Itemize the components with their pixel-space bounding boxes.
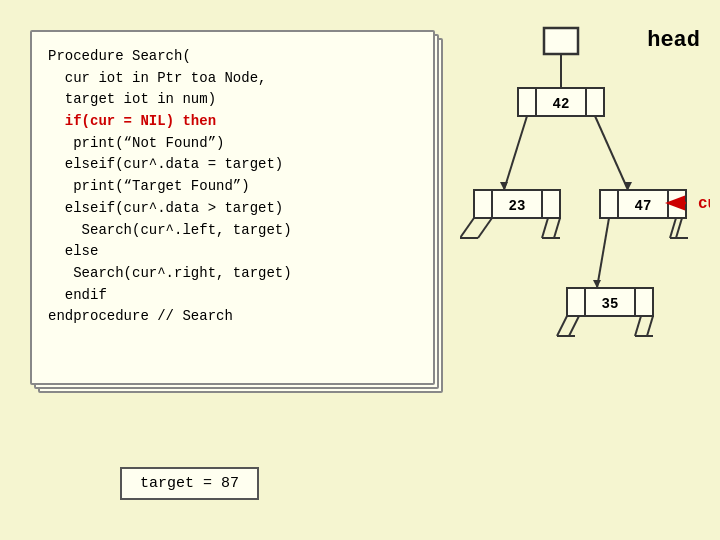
node47-value: 47 (635, 198, 652, 214)
code-paper: Procedure Search( cur iot in Ptr toa Nod… (30, 30, 435, 385)
code-line-7: print(“Target Found”) (48, 176, 417, 198)
code-line-4: if(cur = NIL) then (48, 111, 417, 133)
code-line-5: print(“Not Found”) (48, 133, 417, 155)
left-arrow (500, 182, 508, 190)
node35-left-ptr (567, 288, 585, 316)
node47-to-node35 (597, 218, 609, 288)
node23-value: 23 (509, 198, 526, 214)
svg-line-6 (569, 316, 579, 336)
svg-line-2 (554, 218, 560, 238)
root-to-left-line (504, 116, 527, 190)
target-value-box: target = 87 (120, 467, 259, 500)
svg-line-0 (478, 218, 492, 238)
code-line-2: cur iot in Ptr toa Node, (48, 68, 417, 90)
svg-line-8 (647, 316, 653, 336)
root-right-ptr (586, 88, 604, 116)
node23-left-null (460, 218, 474, 238)
node35-arrow (593, 280, 601, 288)
root-left-ptr (518, 88, 536, 116)
node23-right-null (542, 218, 548, 238)
code-line-6: elseif(cur^.data = target) (48, 154, 417, 176)
cur-label: cur (698, 195, 710, 213)
node35-left-null (557, 316, 567, 336)
code-line-9: Search(cur^.left, target) (48, 220, 417, 242)
svg-line-4 (676, 218, 682, 238)
code-line-10: else (48, 241, 417, 263)
code-line-1: Procedure Search( (48, 46, 417, 68)
node35-right-null (635, 316, 641, 336)
root-value: 42 (553, 96, 570, 112)
tree-diagram: head 42 23 47 (460, 20, 710, 500)
code-line-12: endif (48, 285, 417, 307)
code-line-13: endprocedure // Search (48, 306, 417, 328)
code-line-11: Search(cur^.right, target) (48, 263, 417, 285)
node47-right-null (670, 218, 676, 238)
node35-right-ptr (635, 288, 653, 316)
code-panel: Procedure Search( cur iot in Ptr toa Nod… (30, 30, 440, 390)
target-label: target = 87 (140, 475, 239, 492)
code-line-3: target iot in num) (48, 89, 417, 111)
then-keyword: then (182, 113, 216, 129)
tree-svg: 42 23 47 (460, 20, 710, 500)
if-keyword: if(cur = NIL) (65, 113, 174, 129)
node23-left-ptr (474, 190, 492, 218)
node47-left-ptr (600, 190, 618, 218)
node23-right-ptr (542, 190, 560, 218)
node35-value: 35 (602, 296, 619, 312)
code-line-8: elseif(cur^.data > target) (48, 198, 417, 220)
head-box (544, 28, 578, 54)
root-to-right-line (595, 116, 628, 190)
